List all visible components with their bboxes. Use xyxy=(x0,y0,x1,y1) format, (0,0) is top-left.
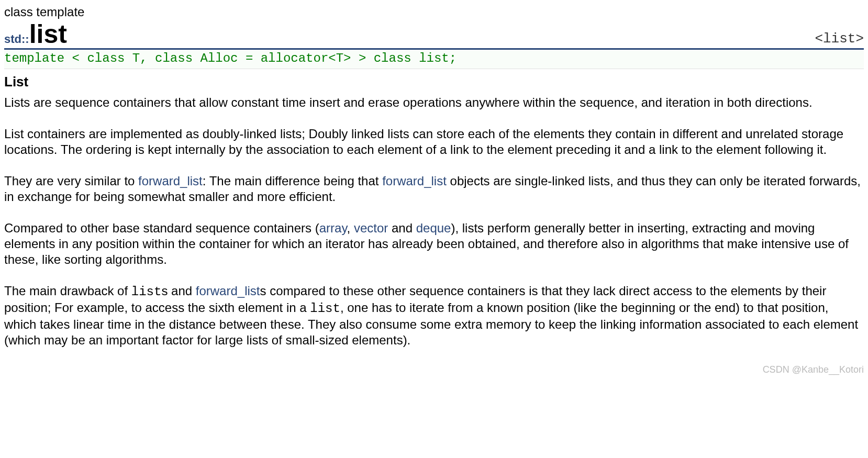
section-title: List xyxy=(4,73,864,91)
text-fragment: The main drawback of xyxy=(4,284,131,298)
title-row: std::list <list> xyxy=(4,21,864,50)
text-fragment: : The main difference being that xyxy=(203,174,382,188)
paragraph-1: Lists are sequence containers that allow… xyxy=(4,95,864,110)
list-mono: list xyxy=(310,301,340,316)
forward-list-link[interactable]: forward_list xyxy=(138,174,203,188)
namespace-prefix: std:: xyxy=(4,32,29,47)
template-signature: template < class T, class Alloc = alloca… xyxy=(4,50,864,69)
array-link[interactable]: array xyxy=(319,221,347,235)
forward-list-link[interactable]: forward_list xyxy=(196,284,260,298)
paragraph-3: They are very similar to forward_list: T… xyxy=(4,173,864,205)
list-mono: list xyxy=(131,285,162,299)
text-fragment: They are very similar to xyxy=(4,174,138,188)
text-fragment: and xyxy=(388,221,416,235)
text-fragment: Compared to other base standard sequence… xyxy=(4,221,319,235)
class-name: list xyxy=(29,21,67,47)
paragraph-5: The main drawback of lists and forward_l… xyxy=(4,283,864,348)
paragraph-2: List containers are implemented as doubl… xyxy=(4,126,864,158)
supertitle: class template xyxy=(4,4,864,20)
watermark: CSDN @Kanbe__Kotori xyxy=(4,364,864,376)
text-fragment: , xyxy=(347,221,354,235)
text-fragment: s and xyxy=(161,284,195,298)
forward-list-link[interactable]: forward_list xyxy=(382,174,447,188)
title-left: std::list xyxy=(4,21,67,47)
vector-link[interactable]: vector xyxy=(354,221,388,235)
deque-link[interactable]: deque xyxy=(416,221,451,235)
header-include: <list> xyxy=(815,30,864,48)
paragraph-4: Compared to other base standard sequence… xyxy=(4,220,864,267)
